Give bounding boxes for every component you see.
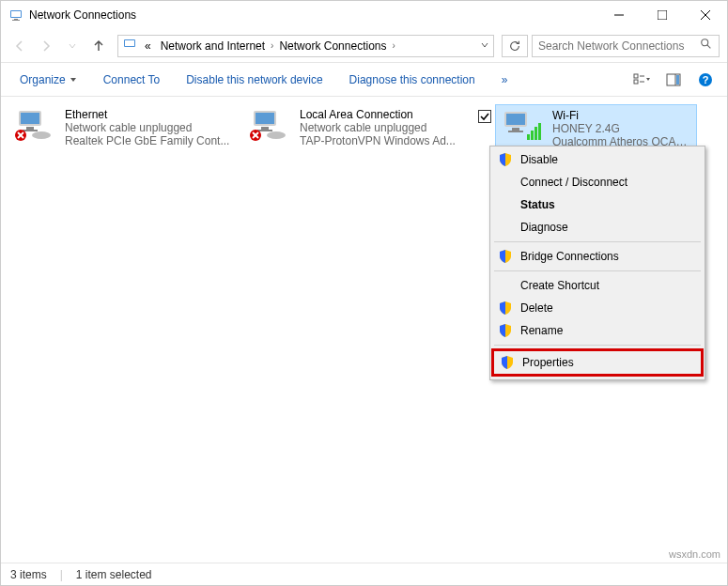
svg-rect-13 (634, 80, 638, 84)
connection-name: Wi-Fi (552, 109, 692, 122)
ctx-label: Diagnose (520, 221, 568, 234)
separator: | (60, 568, 63, 581)
recent-dropdown[interactable] (61, 35, 84, 57)
lan-icon (247, 108, 292, 144)
highlight-annotation: Properties (491, 348, 704, 377)
search-icon[interactable] (700, 38, 713, 54)
ctx-properties[interactable]: Properties (494, 351, 701, 374)
svg-rect-3 (12, 20, 20, 21)
ctx-delete[interactable]: Delete (492, 297, 703, 319)
ctx-label: Properties (522, 356, 574, 369)
svg-rect-32 (257, 130, 272, 131)
svg-rect-9 (125, 40, 134, 46)
status-selected-count: 1 item selected (76, 568, 152, 581)
context-menu: Disable Connect / Disconnect Status Diag… (489, 146, 705, 380)
connection-device: Realtek PCIe GbE Family Cont... (65, 134, 229, 147)
svg-rect-18 (676, 75, 679, 85)
svg-point-10 (702, 39, 708, 46)
help-button[interactable]: ? (691, 66, 720, 94)
chevron-right-icon[interactable]: › (393, 40, 395, 51)
svg-rect-39 (512, 128, 519, 131)
organize-button[interactable]: Organize (8, 68, 88, 92)
ctx-label: Connect / Disconnect (520, 176, 627, 189)
chevron-down-icon[interactable] (480, 39, 489, 53)
svg-rect-5 (658, 10, 667, 20)
connection-status: Network cable unplugged (300, 121, 456, 134)
breadcrumb-prefix[interactable]: « (141, 38, 155, 54)
search-input[interactable] (538, 39, 694, 53)
window-title: Network Connections (29, 8, 597, 22)
ctx-label: Rename (520, 324, 563, 337)
svg-rect-42 (531, 131, 534, 140)
title-bar: Network Connections (1, 1, 727, 29)
preview-pane-button[interactable] (659, 66, 688, 94)
overflow-button[interactable]: » (490, 68, 519, 92)
connection-name: Local Area Connection (300, 108, 456, 121)
close-button[interactable] (684, 1, 727, 29)
ctx-disable[interactable]: Disable (492, 148, 703, 171)
wifi-icon (500, 109, 545, 145)
svg-text:?: ? (703, 74, 709, 85)
refresh-button[interactable] (502, 35, 528, 57)
breadcrumb-part[interactable]: Network and Internet (157, 38, 269, 54)
svg-rect-22 (21, 113, 39, 124)
svg-rect-24 (23, 130, 38, 131)
shield-icon (498, 301, 513, 316)
connection-status: HONEY 2.4G (552, 122, 692, 135)
shield-icon (498, 152, 513, 167)
location-icon (122, 37, 137, 54)
ctx-status[interactable]: Status (492, 193, 703, 216)
svg-rect-40 (508, 131, 523, 132)
ctx-connect-disconnect[interactable]: Connect / Disconnect (492, 171, 703, 193)
svg-rect-38 (506, 114, 525, 125)
separator (494, 241, 701, 242)
ctx-diagnose[interactable]: Diagnose (492, 216, 703, 239)
minimize-button[interactable] (597, 1, 641, 29)
connection-item-local-area[interactable]: Local Area Connection Network cable unpl… (243, 104, 478, 151)
svg-point-28 (32, 131, 51, 139)
ctx-bridge[interactable]: Bridge Connections (492, 245, 703, 268)
watermark: wsxdn.com (669, 548, 720, 560)
separator (494, 345, 701, 346)
diagnose-button[interactable]: Diagnose this connection (338, 68, 487, 92)
ctx-rename[interactable]: Rename (492, 319, 703, 342)
forward-button[interactable] (35, 35, 57, 57)
disable-device-button[interactable]: Disable this network device (175, 68, 333, 92)
connection-status: Network cable unplugged (65, 121, 229, 134)
connection-device: TAP-ProtonVPN Windows Ad... (300, 134, 456, 147)
svg-rect-2 (14, 19, 18, 20)
chevron-right-icon[interactable]: › (271, 40, 273, 51)
breadcrumb-part[interactable]: Network Connections (275, 38, 390, 54)
svg-rect-41 (527, 134, 530, 140)
selection-checkbox[interactable] (478, 110, 491, 123)
ctx-create-shortcut[interactable]: Create Shortcut (492, 274, 703, 297)
svg-line-11 (707, 45, 711, 49)
breadcrumb: « Network and Internet › Network Connect… (141, 38, 476, 54)
ethernet-icon (12, 108, 57, 144)
svg-rect-43 (534, 127, 537, 140)
ctx-label: Status (520, 198, 555, 211)
connect-to-button[interactable]: Connect To (92, 68, 172, 92)
search-box[interactable] (532, 35, 720, 57)
address-box[interactable]: « Network and Internet › Network Connect… (117, 35, 494, 57)
svg-rect-23 (26, 127, 34, 130)
back-button[interactable] (8, 35, 31, 57)
svg-rect-30 (256, 113, 274, 124)
svg-rect-12 (634, 74, 638, 78)
connection-name: Ethernet (65, 108, 229, 121)
svg-rect-44 (538, 123, 541, 140)
svg-rect-1 (11, 11, 21, 17)
ctx-label: Create Shortcut (520, 279, 599, 292)
ctx-label: Delete (520, 301, 553, 315)
shield-icon (498, 249, 513, 264)
separator (494, 270, 701, 271)
shield-icon (500, 355, 515, 370)
toolbar: Organize Connect To Disable this network… (1, 63, 727, 97)
up-button[interactable] (87, 35, 110, 57)
address-bar: « Network and Internet › Network Connect… (1, 29, 727, 63)
connection-item-ethernet[interactable]: Ethernet Network cable unplugged Realtek… (8, 104, 243, 151)
shield-icon (498, 323, 513, 338)
maximize-button[interactable] (641, 1, 684, 29)
ctx-label: Disable (520, 153, 558, 166)
view-options-button[interactable] (627, 66, 656, 94)
